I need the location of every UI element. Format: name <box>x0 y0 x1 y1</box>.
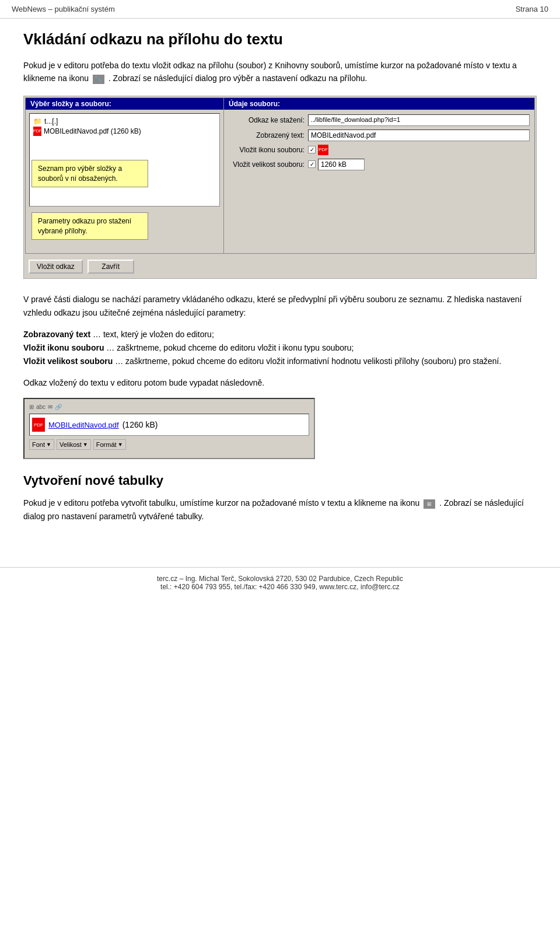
file-size-text: (1260 kB) <box>123 420 158 429</box>
dialog-right-panel: Údaje souboru: Odkaz ke stažení: ../libf… <box>224 98 534 253</box>
dialog-left-header: Výběr složky a souboru: <box>26 98 223 110</box>
dialog-screenshot: Výběr složky a souboru: 📁 t...[.] PDF MO… <box>23 96 537 279</box>
ikona-checkbox[interactable] <box>308 146 316 153</box>
dialog-right-header: Údaje souboru: <box>224 98 534 110</box>
bold-zobrazovany: Zobrazovaný text <box>23 330 90 339</box>
editor-top-toolbar: ⊞ abc ✉ 🔗 <box>29 404 309 410</box>
odkaz-input[interactable]: ../libfile/file_download.php?id=1 <box>308 114 530 126</box>
zobrazeny-label: Zobrazený text: <box>229 131 304 139</box>
bold-velikost: Vložit velikost souboru <box>23 356 113 366</box>
section2-paragraph: Pokud je v editoru potřeba vytvořit tabu… <box>23 496 537 523</box>
ikona-label: Vložit ikonu souboru: <box>229 146 304 154</box>
dialog-buttons: Vložit odkaz Zavřít <box>24 255 536 278</box>
pdf-small-icon: PDF <box>318 145 328 155</box>
editor-preview: ⊞ abc ✉ 🔗 PDF MOBILeditNavod.pdf (1260 k… <box>23 398 315 459</box>
toolbar-icon-3: 🔗 <box>55 404 62 410</box>
icon-placeholder: 📎 <box>93 75 104 84</box>
app-title: WebNews – publikační systém <box>12 5 115 13</box>
footer-line2: tel.: +420 604 793 955, tel./fax: +420 4… <box>12 583 548 591</box>
file-item-parent: 📁 t...[.] <box>33 117 216 125</box>
page-header: WebNews – publikační systém Strana 10 <box>0 0 560 19</box>
page-footer: terc.cz – Ing. Michal Terč, Sokolovská 2… <box>0 567 560 598</box>
pdf-link-icon: PDF <box>32 418 45 432</box>
odkaz-label: Odkaz ke stažení: <box>229 116 304 124</box>
pdf-icon: PDF <box>33 127 41 136</box>
table-icon-placeholder: ⊞ <box>424 499 435 509</box>
zavrit-button[interactable]: Zavřít <box>88 260 134 274</box>
velikost-label: Vložit velikost souboru: <box>229 160 304 169</box>
format-select[interactable]: Formát ▼ <box>93 439 126 450</box>
size-dropdown-arrow: ▼ <box>83 442 88 447</box>
velikost-checkbox[interactable] <box>308 160 316 168</box>
velikost-row: Vložit velikost souboru: 1260 kB <box>229 159 530 170</box>
zobrazeny-row: Zobrazený text: MOBILeditNavod.pdf <box>229 130 530 141</box>
body-paragraph-1: V pravé části dialogu se nachází paramet… <box>23 293 537 320</box>
font-select[interactable]: Font ▼ <box>29 439 54 450</box>
toolbar-text-1: abc <box>36 404 46 410</box>
format-dropdown-arrow: ▼ <box>118 442 123 447</box>
font-dropdown-arrow: ▼ <box>46 442 51 447</box>
toolbar-icon-1: ⊞ <box>29 404 34 410</box>
folder-icon: 📁 <box>33 117 42 125</box>
editor-content-area: PDF MOBILeditNavod.pdf (1260 kB) <box>29 414 309 436</box>
zobrazeny-input[interactable]: MOBILeditNavod.pdf <box>308 130 530 141</box>
body-paragraph-3: Odkaz vložený do textu v editoru potom b… <box>23 376 537 390</box>
odkaz-row: Odkaz ke stažení: ../libfile/file_downlo… <box>229 114 530 126</box>
callout-2: Parametry odkazu pro stažení vybrané pří… <box>32 212 148 240</box>
section2-heading: Vytvoření nové tabulky <box>23 473 537 488</box>
velikost-value: 1260 kB <box>318 159 365 170</box>
dialog-left-panel: Výběr složky a souboru: 📁 t...[.] PDF MO… <box>26 98 224 253</box>
bold-ikona: Vložit ikonu souboru <box>23 343 104 352</box>
ikona-row: Vložit ikonu souboru: PDF <box>229 145 530 155</box>
body-paragraph-2: Zobrazovaný text … text, který je vložen… <box>23 328 537 368</box>
file-item-pdf[interactable]: PDF MOBILeditNavod.pdf (1260 kB) <box>33 127 216 136</box>
intro-paragraph: Pokud je v editoru potřeba do textu vlož… <box>23 59 537 85</box>
toolbar-icon-2: ✉ <box>48 404 52 410</box>
main-heading: Vkládání odkazu na přílohu do textu <box>23 30 537 48</box>
callout-1: Seznam pro výběr složky a souborů v ní o… <box>32 160 148 188</box>
pdf-link-text[interactable]: MOBILeditNavod.pdf <box>48 421 119 429</box>
vlozit-button[interactable]: Vložit odkaz <box>29 260 83 274</box>
size-select[interactable]: Velikost ▼ <box>57 439 91 450</box>
footer-line1: terc.cz – Ing. Michal Terč, Sokolovská 2… <box>12 575 548 583</box>
editor-bottom-toolbar: Font ▼ Velikost ▼ Formát ▼ <box>29 439 309 450</box>
page-number: Strana 10 <box>516 5 548 13</box>
